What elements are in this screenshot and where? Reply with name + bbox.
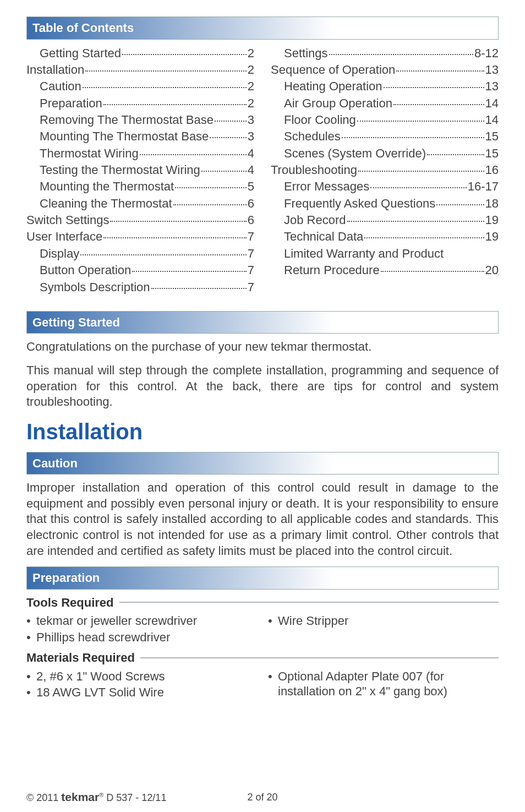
toc-container: Getting Started2Installation2Caution2Pre… (26, 45, 499, 296)
toc-entry[interactable]: Error Messages16-17 (271, 178, 499, 195)
toc-entry[interactable]: Testing the Thermostat Wiring4 (26, 162, 254, 178)
toc-label: User Interface (26, 228, 102, 245)
toc-dots (347, 221, 484, 222)
toc-page: 2 (248, 45, 254, 62)
toc-dots (175, 187, 247, 188)
toc-dots (396, 70, 484, 72)
toc-page: 7 (248, 228, 254, 245)
toc-entry[interactable]: Air Group Operation14 (271, 95, 499, 112)
materials-left: 2, #6 x 1" Wood Screws18 AWG LVT Solid W… (26, 669, 257, 701)
toc-dots (357, 121, 484, 122)
toc-entry[interactable]: Troubleshooting16 (271, 162, 499, 178)
toc-dots (151, 288, 247, 289)
toc-page: 18 (485, 195, 499, 212)
toc-label: Technical Data (284, 228, 363, 245)
toc-entry[interactable]: Job Record19 (271, 212, 499, 228)
toc-label: Air Group Operation (284, 95, 392, 112)
toc-page: 14 (485, 95, 499, 112)
tools-cols: tekmar or jeweller screwdriverPhillips h… (26, 613, 499, 646)
toc-entry[interactable]: Mounting The Thermostat Base3 (26, 128, 254, 145)
toc-entry[interactable]: Getting Started2 (26, 45, 254, 62)
toc-entry[interactable]: Button Operation7 (26, 262, 254, 279)
toc-dots (201, 171, 247, 172)
section-header-caution: Caution (26, 452, 499, 475)
toc-label: Removing The Thermostat Base (40, 112, 214, 128)
toc-page: 8-12 (474, 45, 499, 62)
toc-dots (427, 154, 484, 155)
toc-label: Cleaning the Thermostat (40, 195, 172, 212)
toc-dots (210, 137, 246, 138)
toc-label: Frequently Asked Questions (284, 195, 435, 212)
toc-entry[interactable]: Schedules15 (271, 128, 499, 145)
toc-label: Mounting the Thermostat (40, 178, 174, 195)
toc-dots (85, 70, 247, 72)
toc-entry[interactable]: Sequence of Operation13 (271, 62, 499, 78)
toc-entry[interactable]: Switch Settings6 (26, 212, 254, 228)
list-item: 2, #6 x 1" Wood Screws (26, 669, 257, 684)
toc-page: 13 (485, 78, 499, 95)
toc-label: Button Operation (40, 262, 131, 279)
toc-entry[interactable]: Limited Warranty and Product (271, 246, 499, 262)
toc-label: Symbols Description (40, 279, 150, 296)
toc-label: Caution (40, 78, 81, 95)
toc-page: 3 (248, 128, 254, 145)
toc-page: 6 (248, 195, 254, 212)
toc-page: 3 (248, 112, 254, 128)
toc-entry[interactable]: Scenes (System Override)15 (271, 145, 499, 162)
toc-dots (370, 187, 466, 188)
toc-entry[interactable]: Display7 (26, 246, 254, 262)
toc-dots (381, 271, 484, 272)
toc-entry[interactable]: Thermostat Wiring4 (26, 145, 254, 162)
toc-page: 7 (248, 262, 254, 279)
list-item: Wire Stripper (268, 613, 499, 629)
toc-page: 20 (485, 262, 499, 279)
toc-entry[interactable]: Mounting the Thermostat5 (26, 178, 254, 195)
toc-dots (364, 237, 484, 238)
toc-dots (132, 271, 246, 272)
toc-label: Installation (26, 62, 84, 78)
toc-page: 7 (248, 246, 254, 262)
toc-page: 6 (248, 212, 254, 228)
toc-entry[interactable]: Preparation2 (26, 95, 254, 112)
toc-dots (173, 204, 247, 205)
caution-text: Improper installation and operation of t… (26, 480, 499, 559)
toc-page: 4 (248, 162, 254, 178)
toc-entry[interactable]: Heating Operation13 (271, 78, 499, 95)
section-header-toc: Table of Contents (26, 17, 499, 40)
toc-entry[interactable]: Removing The Thermostat Base3 (26, 112, 254, 128)
toc-label: Schedules (284, 128, 341, 145)
toc-entry[interactable]: Technical Data19 (271, 228, 499, 245)
getting-started-p1: Congratulations on the purchase of your … (26, 339, 499, 355)
tools-required-label: Tools Required (26, 595, 114, 611)
toc-page: 19 (485, 212, 499, 228)
toc-entry[interactable]: User Interface7 (26, 228, 254, 245)
toc-label: Troubleshooting (271, 162, 357, 178)
toc-entry[interactable]: Cleaning the Thermostat6 (26, 195, 254, 212)
footer-page: 2 of 20 (26, 791, 499, 804)
tools-left: tekmar or jeweller screwdriverPhillips h… (26, 613, 257, 646)
toc-page: 15 (485, 128, 499, 145)
toc-dots (215, 121, 247, 122)
toc-entry[interactable]: Settings8-12 (271, 45, 499, 62)
toc-entry[interactable]: Return Procedure20 (271, 262, 499, 279)
toc-entry[interactable]: Symbols Description7 (26, 279, 254, 296)
toc-col-left: Getting Started2Installation2Caution2Pre… (26, 45, 254, 296)
toc-entry[interactable]: Floor Cooling14 (271, 112, 499, 128)
toc-label: Sequence of Operation (271, 62, 395, 78)
toc-page: 2 (248, 78, 254, 95)
tools-right: Wire Stripper (268, 613, 499, 646)
list-item: Optional Adapter Plate 007 (for installa… (268, 669, 499, 699)
toc-dots (384, 87, 484, 88)
toc-dots (122, 54, 247, 55)
list-item: 18 AWG LVT Solid Wire (26, 685, 257, 700)
tools-required-heading: Tools Required (26, 595, 499, 611)
toc-entry[interactable]: Caution2 (26, 78, 254, 95)
toc-page: 16-17 (468, 178, 499, 195)
toc-label: Switch Settings (26, 212, 109, 228)
toc-label: Error Messages (284, 178, 369, 195)
toc-dots (358, 171, 484, 172)
list-item: tekmar or jeweller screwdriver (26, 613, 257, 629)
toc-entry[interactable]: Frequently Asked Questions18 (271, 195, 499, 212)
toc-dots (110, 221, 246, 222)
toc-entry[interactable]: Installation2 (26, 62, 254, 78)
